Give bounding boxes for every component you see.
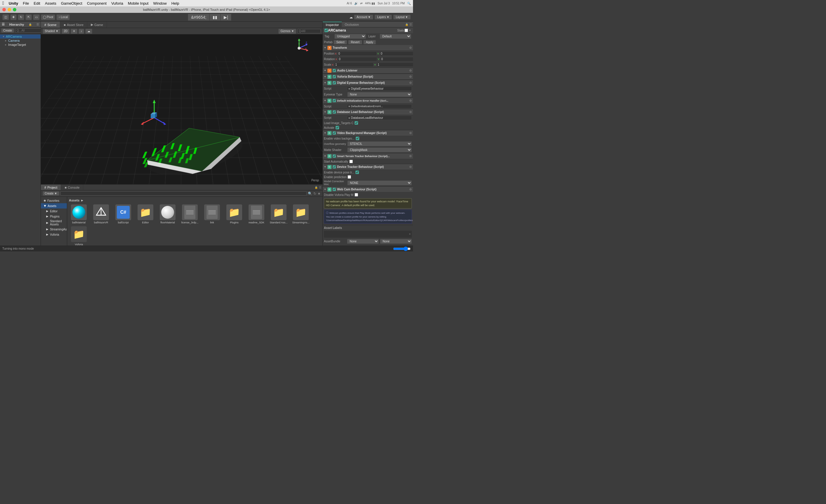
device-tracker-settings-icon[interactable]: ⚙ bbox=[409, 165, 412, 169]
device-tracker-header[interactable]: ▼ C Device Tracker Behaviour (Script) ⚙ bbox=[323, 164, 413, 170]
video-bg-settings-icon[interactable]: ⚙ bbox=[409, 131, 412, 135]
help-menu[interactable]: Help bbox=[171, 1, 179, 6]
video-bg-checkbox[interactable] bbox=[333, 131, 336, 135]
twod-button[interactable]: 2D bbox=[62, 28, 69, 34]
video-bg-header[interactable]: ▼ C Video Background Manager (Script) ⚙ bbox=[323, 130, 413, 136]
tab-console[interactable]: ■ Console bbox=[61, 185, 83, 190]
enable-pred-checkbox[interactable] bbox=[348, 175, 351, 179]
window-menu[interactable]: Window bbox=[153, 1, 167, 6]
sidebar-item-plugins[interactable]: ► Plugins bbox=[41, 214, 67, 219]
asset-item-standard[interactable]: 📁 Standard Ass... bbox=[269, 204, 289, 224]
inspector-lock-icon[interactable]: 🔒 bbox=[405, 23, 410, 26]
effects-button[interactable]: ☁ bbox=[85, 28, 92, 34]
scale-y-input[interactable] bbox=[376, 62, 413, 67]
add-asset-label-icon[interactable]: + bbox=[409, 233, 411, 236]
asset-item-link[interactable]: link bbox=[202, 204, 222, 224]
digital-eyewear-settings-icon[interactable]: ⚙ bbox=[409, 81, 412, 84]
hierarchy-create-button[interactable]: Create bbox=[1, 28, 14, 33]
audio-listener-header[interactable]: ▼ ♪ Audio Listener ⚙ bbox=[323, 68, 413, 74]
tab-scene[interactable]: # Scene bbox=[41, 21, 60, 28]
audio-listener-settings-icon[interactable]: ⚙ bbox=[409, 69, 412, 72]
database-load-header[interactable]: ▼ C Database Load Behaviour (Script) ⚙ bbox=[323, 109, 413, 115]
smart-terrain-settings-icon[interactable]: ⚙ bbox=[409, 154, 412, 158]
position-x-input[interactable] bbox=[337, 51, 377, 56]
tab-inspector[interactable]: Inspector bbox=[323, 21, 342, 27]
webcam-settings-icon[interactable]: ⚙ bbox=[409, 188, 412, 191]
gameobject-menu[interactable]: GameObject bbox=[61, 1, 82, 6]
step-button[interactable]: ▶| bbox=[221, 14, 231, 21]
hierarchy-item-imagetarget[interactable]: ► ImageTarget bbox=[0, 43, 41, 47]
shaded-button[interactable]: Shaded ▼ bbox=[43, 28, 60, 34]
rotation-y-input[interactable] bbox=[380, 57, 413, 61]
asset-item-floormaterial[interactable]: floorMaterial bbox=[158, 204, 178, 224]
tag-dropdown[interactable]: Untagged bbox=[335, 34, 366, 39]
start-auto-checkbox[interactable] bbox=[349, 160, 353, 163]
zoom-slider[interactable] bbox=[393, 248, 411, 250]
assets-menu[interactable]: Assets bbox=[45, 1, 56, 6]
vuforia-behaviour-header[interactable]: ▼ C Vuforia Behaviour (Script) ⚙ bbox=[323, 74, 413, 80]
apple-menu[interactable]:  bbox=[2, 1, 4, 6]
layer-dropdown[interactable]: Default bbox=[380, 34, 411, 39]
asset-item-license[interactable]: license_3rdp... bbox=[180, 204, 200, 224]
vuforia-behaviour-settings-icon[interactable]: ⚙ bbox=[409, 75, 412, 78]
assetbundle-variant-dropdown[interactable]: None bbox=[380, 239, 412, 244]
asset-item-readme[interactable]: readme_SDK bbox=[246, 204, 267, 224]
bottom-menu-icon[interactable]: ☰ bbox=[319, 186, 321, 189]
refresh-icon[interactable]: ↻ bbox=[313, 192, 316, 196]
smart-terrain-checkbox[interactable] bbox=[333, 154, 336, 158]
asset-item-ballmaterial[interactable]: ballMaterial bbox=[69, 204, 89, 224]
webcam-checkbox[interactable] bbox=[333, 188, 336, 191]
asset-item-editor[interactable]: 📁 Editor bbox=[135, 204, 156, 224]
mobile-input-menu[interactable]: Mobile Input bbox=[128, 1, 149, 6]
load-targets-checkbox[interactable] bbox=[355, 121, 358, 125]
prefab-apply-button[interactable]: Apply bbox=[363, 40, 376, 44]
model-correction-dropdown[interactable]: NONE bbox=[347, 181, 412, 185]
asset-item-ballscript[interactable]: C# ballScript bbox=[113, 204, 133, 224]
asset-item-streaming[interactable]: 📁 StreamingAs... bbox=[291, 204, 311, 224]
asset-item-ballmazevr[interactable]: ballMazeVR bbox=[91, 204, 111, 224]
unity-menu[interactable]: Unity bbox=[9, 1, 18, 6]
layout-button[interactable]: Layout ▼ bbox=[393, 15, 411, 19]
hand-tool[interactable]: ◫ bbox=[2, 14, 9, 20]
tab-game[interactable]: ▶ Game bbox=[87, 21, 107, 28]
sidebar-item-assets[interactable]: ▼ Assets bbox=[41, 203, 67, 208]
tab-asset-store[interactable]: ■ Asset Store bbox=[60, 21, 87, 28]
position-y-input[interactable] bbox=[380, 51, 413, 56]
digital-eyewear-checkbox[interactable] bbox=[333, 81, 336, 84]
sidebar-item-streaming-assets[interactable]: ► StreamingAssets bbox=[41, 227, 67, 232]
prefab-revert-button[interactable]: Revert bbox=[348, 40, 362, 44]
scene-search-input[interactable] bbox=[297, 29, 321, 33]
inspector-menu-icon[interactable]: ☰ bbox=[410, 23, 413, 26]
play-button[interactable]: &#9654; bbox=[188, 14, 210, 21]
digital-eyewear-header[interactable]: ▼ C Digital Eyewear Behaviour (Script) ⚙ bbox=[323, 80, 413, 86]
transform-header[interactable]: ▼ T Transform ⚙ bbox=[323, 45, 413, 51]
component-menu[interactable]: Component bbox=[87, 1, 107, 6]
static-dropdown-icon[interactable]: ▼ bbox=[409, 29, 411, 32]
tab-project[interactable]: # Project bbox=[41, 185, 61, 190]
file-menu[interactable]: File bbox=[23, 1, 29, 6]
enable-device-checkbox[interactable] bbox=[355, 171, 359, 174]
close-button[interactable] bbox=[2, 8, 6, 11]
lighting-button[interactable]: ☀ bbox=[71, 28, 77, 34]
prefab-select-button[interactable]: Select bbox=[334, 40, 347, 44]
local-button[interactable]: ○ Local bbox=[56, 14, 70, 20]
rotation-x-input[interactable] bbox=[338, 57, 377, 61]
star-icon[interactable]: ★ bbox=[317, 192, 321, 196]
webcam-header[interactable]: ▼ C Web Cam Behaviour (Script) ⚙ bbox=[323, 187, 413, 192]
account-button[interactable]: Account ▼ bbox=[354, 15, 373, 19]
sidebar-item-editor[interactable]: ► Editor bbox=[41, 208, 67, 214]
hierarchy-item-camera[interactable]: ► Camera bbox=[0, 39, 41, 43]
move-tool[interactable]: ✚ bbox=[10, 14, 17, 20]
hierarchy-menu-icon[interactable]: ☰ bbox=[37, 23, 39, 26]
scale-tool[interactable]: ⇱ bbox=[25, 14, 32, 20]
transform-settings-icon[interactable]: ⚙ bbox=[409, 46, 412, 49]
gizmos-button[interactable]: Gizmos ▼ bbox=[278, 28, 296, 34]
tab-occlusion[interactable]: Occlusion bbox=[342, 21, 362, 27]
rect-tool[interactable]: ▭ bbox=[33, 14, 40, 20]
maximize-button[interactable] bbox=[13, 8, 16, 11]
overflow-dropdown[interactable]: STENCIL bbox=[347, 141, 412, 146]
pivot-button[interactable]: ◯ Pivot bbox=[41, 14, 55, 20]
activate-checkbox[interactable] bbox=[336, 126, 339, 129]
pause-button[interactable]: ▮▮ bbox=[210, 14, 221, 21]
disable-vuforia-checkbox[interactable] bbox=[355, 193, 358, 196]
